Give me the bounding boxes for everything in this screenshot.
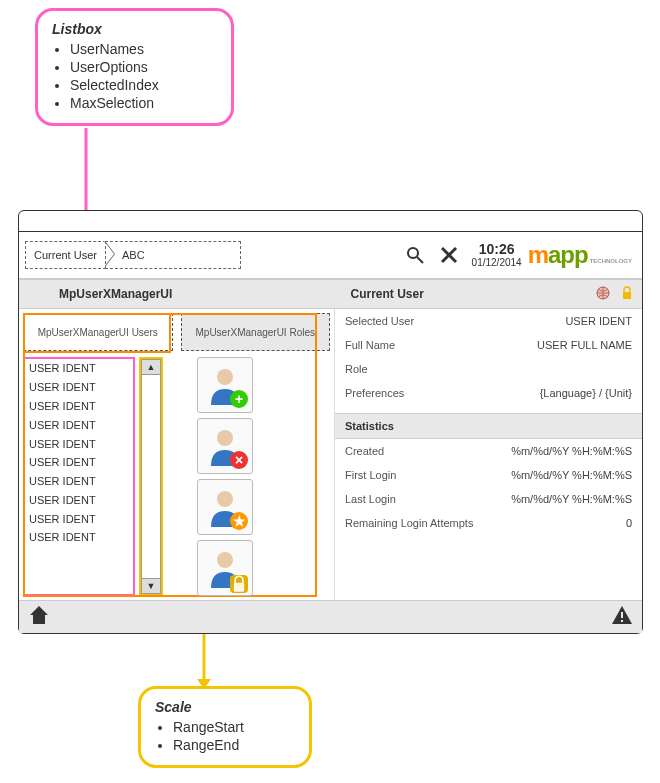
delete-user-button[interactable]: × — [197, 418, 253, 474]
list-item[interactable]: USER IDENT — [25, 509, 133, 528]
first-login-label: First Login — [345, 469, 396, 481]
breadcrumb-current-user[interactable]: Current User — [25, 241, 106, 269]
last-login-label: Last Login — [345, 493, 396, 505]
clock-time: 10:26 — [472, 242, 522, 257]
window-titlebar — [19, 211, 642, 232]
list-item[interactable]: USER IDENT — [25, 359, 133, 378]
tab-roles[interactable]: MpUserXManagerUI Roles — [181, 313, 331, 351]
list-item[interactable]: USER IDENT — [25, 490, 133, 509]
callout-scale: Scale RangeStart RangeEnd — [138, 686, 312, 768]
created-value: %m/%d/%Y %H:%M:%S — [511, 445, 632, 457]
lock-user-button[interactable] — [197, 540, 253, 596]
search-icon[interactable] — [402, 242, 428, 268]
list-item[interactable]: USER IDENT — [25, 415, 133, 434]
subheader-left: MpUserXManagerUI — [19, 279, 343, 309]
subheader-right: Current User — [343, 279, 643, 309]
x-icon: × — [230, 451, 248, 469]
footer-bar — [19, 600, 642, 633]
warning-icon[interactable] — [610, 603, 634, 632]
svg-point-10 — [217, 369, 233, 385]
last-login-value: %m/%d/%Y %H:%M:%S — [511, 493, 632, 505]
preferences-value: {Language} / {Unit} — [540, 387, 632, 399]
plus-icon: + — [230, 390, 248, 408]
created-label: Created — [345, 445, 384, 457]
scroll-up-button[interactable]: ▲ — [141, 359, 161, 375]
star-icon: ★ — [230, 512, 248, 530]
remaining-attempts-value: 0 — [626, 517, 632, 529]
add-user-button[interactable]: + — [197, 357, 253, 413]
user-listbox[interactable]: USER IDENT USER IDENT USER IDENT USER ID… — [23, 357, 135, 596]
app-window: Current User ABC 10:26 01/12/2014 m app … — [18, 210, 643, 634]
header-bar: Current User ABC 10:26 01/12/2014 m app … — [19, 232, 642, 279]
list-item[interactable]: USER IDENT — [25, 434, 133, 453]
selected-user-value: USER IDENT — [565, 315, 632, 327]
svg-line-5 — [417, 257, 423, 263]
selected-user-label: Selected User — [345, 315, 414, 327]
callout-listbox-items: UserNames UserOptions SelectedIndex MaxS… — [52, 41, 217, 111]
subheader-right-title: Current User — [351, 287, 424, 301]
subheader-left-title: MpUserXManagerUI — [59, 287, 172, 301]
list-item[interactable]: USER IDENT — [25, 397, 133, 416]
statistics-header: Statistics — [335, 413, 642, 439]
logo: m app TECHNOLOGY — [528, 241, 636, 269]
breadcrumb-value[interactable]: ABC — [105, 241, 241, 269]
user-actions: + × ★ — [197, 357, 251, 596]
lock-icon[interactable] — [620, 286, 634, 303]
tab-users[interactable]: MpUserXManagerUI Users — [23, 313, 173, 351]
edit-user-button[interactable]: ★ — [197, 479, 253, 535]
home-icon[interactable] — [27, 603, 51, 632]
callout-listbox: Listbox UserNames UserOptions SelectedIn… — [35, 8, 234, 126]
clock-date: 01/12/2014 — [472, 257, 522, 268]
listbox-scrollbar[interactable]: ▲ ▼ — [139, 357, 163, 596]
svg-rect-16 — [621, 620, 623, 622]
left-pane: MpUserXManagerUI Users MpUserXManagerUI … — [19, 309, 335, 600]
svg-point-4 — [408, 248, 418, 258]
callout-scale-title: Scale — [155, 699, 295, 715]
first-login-value: %m/%d/%Y %H:%M:%S — [511, 469, 632, 481]
svg-rect-15 — [621, 612, 623, 618]
scroll-track[interactable] — [141, 375, 161, 578]
padlock-icon — [230, 575, 248, 593]
detail-pane: Selected UserUSER IDENT Full NameUSER FU… — [335, 309, 642, 600]
svg-marker-3 — [197, 679, 211, 689]
clock: 10:26 01/12/2014 — [472, 242, 522, 268]
full-name-value: USER FULL NAME — [537, 339, 632, 351]
callout-listbox-title: Listbox — [52, 21, 217, 37]
list-item[interactable]: USER IDENT — [25, 472, 133, 491]
svg-rect-9 — [623, 292, 631, 299]
remaining-attempts-label: Remaining Login Attempts — [345, 517, 473, 529]
globe-icon[interactable] — [596, 286, 610, 303]
role-label: Role — [345, 363, 368, 375]
tab-bar: MpUserXManagerUI Users MpUserXManagerUI … — [23, 313, 330, 351]
callout-scale-items: RangeStart RangeEnd — [155, 719, 295, 753]
list-item[interactable]: USER IDENT — [25, 378, 133, 397]
full-name-label: Full Name — [345, 339, 395, 351]
svg-rect-14 — [234, 583, 244, 592]
svg-point-11 — [217, 430, 233, 446]
svg-point-12 — [217, 491, 233, 507]
list-item[interactable]: USER IDENT — [25, 453, 133, 472]
preferences-label: Preferences — [345, 387, 404, 399]
scroll-down-button[interactable]: ▼ — [141, 578, 161, 594]
tools-icon[interactable] — [436, 242, 462, 268]
list-item[interactable]: USER IDENT — [25, 528, 133, 547]
